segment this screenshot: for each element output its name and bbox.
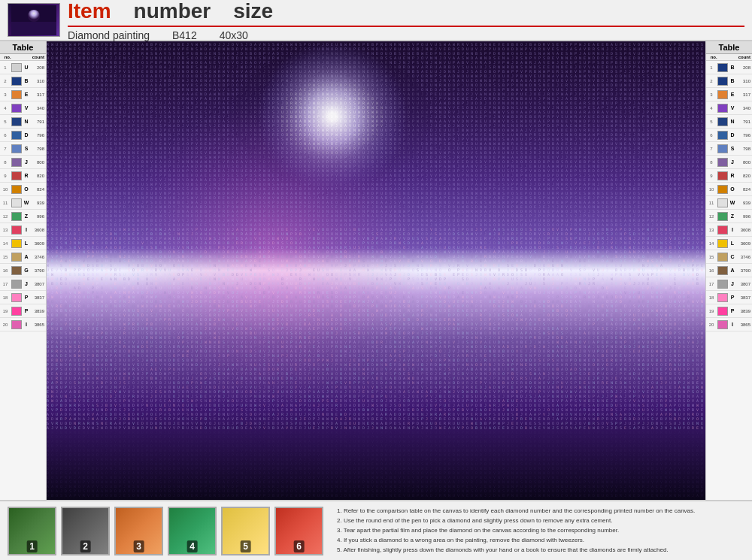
- row-count: 796: [30, 133, 46, 138]
- left-table-row: 18 P 3837: [0, 291, 46, 304]
- row-number: 17: [0, 282, 11, 286]
- left-table-row: 7 S 798: [0, 142, 46, 156]
- row-color-swatch: [717, 280, 728, 289]
- row-count: 3746: [30, 255, 46, 259]
- row-color-swatch: [11, 117, 22, 126]
- row-number: 8: [706, 160, 717, 165]
- row-color-swatch: [717, 293, 728, 302]
- row-count: 824: [736, 187, 752, 192]
- right-table-row: 16 A 3790: [706, 264, 752, 277]
- row-color-swatch: [11, 63, 22, 72]
- row-number: 12: [706, 214, 717, 219]
- main-content: Table no. count 1 U 208 2 B 310 3 E 317 …: [0, 41, 752, 500]
- row-letter: I: [729, 322, 736, 327]
- row-number: 5: [0, 120, 11, 124]
- row-number: 11: [706, 201, 717, 205]
- thumbnail-number: 4: [186, 540, 198, 552]
- row-number: 15: [0, 255, 11, 259]
- row-color-swatch: [11, 144, 22, 153]
- right-table-row: 10 O 824: [706, 183, 752, 196]
- row-letter: D: [23, 132, 30, 138]
- instructions: 1. Refer to the comparison table on the …: [329, 507, 744, 555]
- row-count: 3609: [30, 241, 46, 246]
- row-count: 996: [736, 214, 752, 219]
- row-number: 17: [706, 282, 717, 286]
- thumbnails-row: 123456: [8, 507, 323, 555]
- subtitle-type: Diamond painting: [68, 29, 150, 41]
- right-table-header: Table: [706, 41, 752, 54]
- instruction-4: 4. If you stick a diamond to a wrong are…: [337, 536, 744, 545]
- left-table-row: 4 V 340: [0, 101, 46, 115]
- row-letter: N: [23, 119, 30, 124]
- right-table-row: 12 Z 996: [706, 210, 752, 223]
- instruction-5: 5. After finishing, slightly press down …: [337, 546, 744, 555]
- row-number: 2: [0, 79, 11, 83]
- right-table-row: 4 V 340: [706, 101, 752, 115]
- row-letter: A: [729, 268, 736, 273]
- right-table-row: 19 P 3839: [706, 304, 752, 318]
- row-letter: R: [23, 173, 30, 178]
- row-count: 3608: [30, 228, 46, 232]
- row-count: 3839: [736, 309, 752, 313]
- row-color-swatch: [11, 266, 22, 275]
- row-number: 4: [706, 106, 717, 110]
- thumbnail-3: 3: [114, 507, 163, 555]
- row-count: 820: [736, 174, 752, 178]
- thumbnail-4: 4: [168, 507, 217, 555]
- left-table-row: 11 W 939: [0, 196, 46, 210]
- row-color-swatch: [717, 144, 728, 153]
- right-table-row: 15 C 3746: [706, 250, 752, 264]
- left-table-row: 8 J 800: [0, 156, 46, 169]
- row-letter: W: [729, 200, 736, 205]
- row-color-swatch: [717, 198, 728, 207]
- left-table-row: 1 U 208: [0, 61, 46, 74]
- row-letter: E: [23, 92, 30, 97]
- subtitle-code: B412: [172, 29, 197, 41]
- col-count: count: [737, 54, 752, 60]
- row-number: 18: [706, 295, 717, 300]
- right-table-row: 6 D 796: [706, 129, 752, 142]
- header: Item number size Diamond painting B412 4…: [0, 0, 752, 41]
- left-table-row: 3 E 317: [0, 88, 46, 101]
- row-letter: W: [23, 200, 30, 205]
- right-table-row: 13 I 3608: [706, 223, 752, 237]
- row-letter: Z: [23, 213, 30, 219]
- bottom-section: 123456 1. Refer to the comparison table …: [0, 500, 752, 560]
- right-table-row: 9 R 820: [706, 169, 752, 183]
- thumbnail-2: 2: [61, 507, 110, 555]
- row-number: 3: [706, 92, 717, 97]
- row-count: 3807: [30, 282, 46, 286]
- row-letter: I: [23, 322, 30, 327]
- row-color-swatch: [11, 320, 22, 329]
- col-col: [15, 54, 30, 60]
- row-count: 800: [736, 160, 752, 165]
- right-table-row: 1 B 208: [706, 61, 752, 74]
- row-color-swatch: [11, 198, 22, 207]
- row-count: 820: [30, 174, 46, 178]
- left-table-row: 2 B 310: [0, 74, 46, 88]
- title-size: size: [233, 0, 273, 23]
- row-count: 3837: [30, 295, 46, 300]
- row-letter: S: [729, 146, 736, 151]
- row-color-swatch: [11, 280, 22, 289]
- right-table-row: 5 N 791: [706, 115, 752, 129]
- left-table-row: 10 O 824: [0, 183, 46, 196]
- left-table-rows: 1 U 208 2 B 310 3 E 317 4 V 340 5 N 791 …: [0, 61, 46, 331]
- row-number: 10: [0, 187, 11, 192]
- thumbnail-6: 6: [274, 507, 323, 555]
- row-color-swatch: [11, 307, 22, 316]
- row-number: 20: [706, 322, 717, 327]
- row-count: 3807: [736, 282, 752, 286]
- row-count: 996: [30, 214, 46, 219]
- row-count: 3839: [30, 309, 46, 313]
- row-count: 3608: [736, 228, 752, 232]
- row-count: 310: [30, 79, 46, 83]
- row-color-swatch: [717, 131, 728, 140]
- row-letter: P: [729, 308, 736, 313]
- row-letter: V: [23, 105, 30, 110]
- row-letter: P: [23, 308, 30, 313]
- left-table-row: 20 I 3865: [0, 318, 46, 331]
- header-thumbnail: [8, 3, 60, 37]
- row-number: 7: [0, 147, 11, 151]
- row-count: 939: [30, 201, 46, 205]
